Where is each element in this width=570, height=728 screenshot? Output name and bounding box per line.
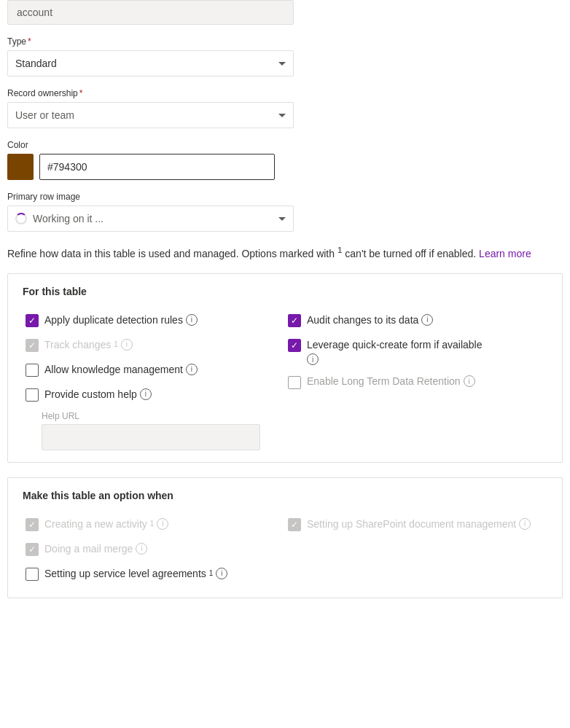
setting-up-sla-sup: 1 (209, 568, 214, 579)
creating-new-activity-info-icon: i (157, 518, 168, 530)
setting-up-sla-info-icon[interactable]: i (216, 568, 227, 579)
type-chevron-down-icon (278, 62, 286, 66)
track-changes-info-icon: i (121, 339, 133, 351)
type-dropdown-control[interactable]: Standard (7, 50, 294, 77)
doing-mail-merge-checkbox: ✓ (26, 543, 39, 556)
record-ownership-label: Record ownership* (7, 88, 563, 98)
apply-duplicate-detection-checkbox[interactable]: ✓ (26, 314, 39, 327)
audit-changes-checkbox[interactable]: ✓ (288, 314, 301, 327)
track-changes-item: ✓ Track changes1 i (23, 334, 285, 357)
for-this-table-checkbox-grid: ✓ Apply duplicate detection rules i ✓ Tr… (23, 309, 547, 450)
account-placeholder-text: account (17, 7, 52, 18)
leverage-quick-create-sub: i (307, 353, 482, 365)
help-url-label: Help URL (42, 411, 285, 421)
audit-changes-label: Audit changes to its data i (307, 313, 433, 328)
leverage-quick-create-check-icon: ✓ (291, 341, 298, 350)
enable-long-term-item: Enable Long Term Data Retention i (285, 371, 547, 394)
working-on-text: Working on it ... (33, 213, 104, 224)
enable-long-term-info-icon: i (464, 375, 475, 387)
for-this-table-right-col: ✓ Audit changes to its data i ✓ Leverage… (285, 309, 547, 450)
enable-long-term-checkbox (288, 376, 301, 389)
primary-row-image-dropdown[interactable]: Working on it ... (7, 206, 294, 232)
for-this-table-left-col: ✓ Apply duplicate detection rules i ✓ Tr… (23, 309, 285, 450)
make-this-table-section: Make this table an option when ✓ Creatin… (7, 477, 563, 598)
color-row (7, 154, 563, 180)
track-changes-checkbox: ✓ (26, 339, 39, 352)
check-icon: ✓ (28, 316, 36, 325)
doing-mail-merge-check-icon: ✓ (28, 545, 36, 554)
apply-duplicate-detection-info-icon[interactable]: i (186, 314, 198, 326)
record-ownership-placeholder: User or team (15, 109, 74, 121)
type-required-indicator: * (28, 36, 31, 47)
setting-up-sla-label: Setting up service level agreements1 i (44, 567, 227, 582)
setting-up-sharepoint-item: ✓ Setting up SharePoint document managem… (285, 513, 547, 536)
type-field-group: Type* Standard (7, 36, 563, 77)
leverage-quick-create-label: Leverage quick-create form if available (307, 338, 482, 353)
creating-new-activity-checkbox: ✓ (26, 518, 39, 531)
color-field-group: Color (7, 140, 563, 180)
primary-row-image-field-group: Primary row image Working on it ... (7, 192, 563, 232)
creating-new-activity-item: ✓ Creating a new activity1 i (23, 513, 285, 536)
doing-mail-merge-item: ✓ Doing a mail merge i (23, 538, 285, 561)
help-url-input[interactable] (42, 424, 260, 450)
track-changes-check-icon: ✓ (28, 341, 36, 350)
primary-row-image-chevron-down-icon (278, 217, 286, 221)
refine-text-part1: Refine how data in this table is used an… (7, 248, 337, 259)
setting-up-sharepoint-info-icon: i (519, 518, 531, 530)
refine-description: Refine how data in this table is used an… (7, 243, 561, 262)
track-changes-label: Track changes1 i (44, 338, 133, 353)
setting-up-sla-checkbox[interactable] (26, 568, 39, 581)
allow-knowledge-management-checkbox[interactable] (26, 364, 39, 377)
learn-more-link[interactable]: Learn more (479, 248, 531, 259)
audit-changes-info-icon[interactable]: i (421, 314, 433, 326)
audit-changes-item: ✓ Audit changes to its data i (285, 309, 547, 332)
refine-text-part2: can't be turned off if enabled. (342, 248, 476, 259)
leverage-quick-create-checkbox[interactable]: ✓ (288, 339, 301, 352)
provide-custom-help-checkbox[interactable] (26, 388, 39, 402)
color-label: Color (7, 140, 563, 150)
track-changes-sup: 1 (114, 340, 118, 350)
primary-row-image-label: Primary row image (7, 192, 563, 202)
enable-long-term-label: Enable Long Term Data Retention i (307, 375, 475, 387)
make-this-table-left-col: ✓ Creating a new activity1 i ✓ Doing a m… (23, 513, 285, 586)
color-input[interactable] (39, 154, 275, 180)
type-dropdown[interactable]: Standard (7, 50, 294, 77)
setting-up-sharepoint-label: Setting up SharePoint document managemen… (307, 517, 531, 532)
record-ownership-chevron-down-icon (278, 114, 286, 117)
allow-knowledge-management-item: Allow knowledge management i (23, 359, 285, 382)
creating-new-activity-sup: 1 (150, 519, 155, 529)
doing-mail-merge-label: Doing a mail merge i (44, 542, 147, 557)
setting-up-sharepoint-checkbox: ✓ (288, 518, 301, 531)
record-ownership-dropdown-control[interactable]: User or team (7, 102, 294, 128)
type-label: Type* (7, 36, 563, 47)
leverage-quick-create-item: ✓ Leverage quick-create form if availabl… (285, 334, 547, 370)
doing-mail-merge-info-icon: i (136, 543, 147, 555)
help-url-group: Help URL (23, 411, 285, 450)
make-this-table-title: Make this table an option when (23, 490, 547, 501)
for-this-table-section: For this table ✓ Apply duplicate detecti… (7, 273, 563, 463)
for-this-table-title: For this table (23, 286, 547, 297)
record-ownership-field-group: Record ownership* User or team (7, 88, 563, 128)
creating-new-activity-label: Creating a new activity1 i (44, 517, 168, 532)
allow-knowledge-management-info-icon[interactable]: i (186, 364, 198, 375)
type-value: Standard (15, 58, 57, 69)
leverage-quick-create-info-icon[interactable]: i (307, 353, 319, 365)
record-ownership-dropdown[interactable]: User or team (7, 102, 294, 128)
provide-custom-help-item: Provide custom help i (23, 383, 285, 407)
provide-custom-help-label: Provide custom help i (44, 388, 152, 402)
color-swatch[interactable] (7, 154, 34, 180)
setting-up-sla-item: Setting up service level agreements1 i (23, 563, 285, 586)
account-field: account (7, 0, 294, 25)
working-content: Working on it ... (15, 213, 104, 224)
setting-up-sharepoint-check-icon: ✓ (291, 520, 298, 529)
provide-custom-help-info-icon[interactable]: i (140, 388, 152, 400)
creating-new-activity-check-icon: ✓ (28, 520, 36, 529)
make-this-table-checkbox-grid: ✓ Creating a new activity1 i ✓ Doing a m… (23, 513, 547, 586)
leverage-quick-create-label-group: Leverage quick-create form if available … (307, 338, 482, 366)
record-ownership-required-indicator: * (79, 88, 83, 98)
audit-changes-check-icon: ✓ (291, 316, 298, 325)
apply-duplicate-detection-label: Apply duplicate detection rules i (44, 313, 198, 328)
make-this-table-right-col: ✓ Setting up SharePoint document managem… (285, 513, 547, 586)
allow-knowledge-management-label: Allow knowledge management i (44, 363, 198, 377)
apply-duplicate-detection-item: ✓ Apply duplicate detection rules i (23, 309, 285, 332)
